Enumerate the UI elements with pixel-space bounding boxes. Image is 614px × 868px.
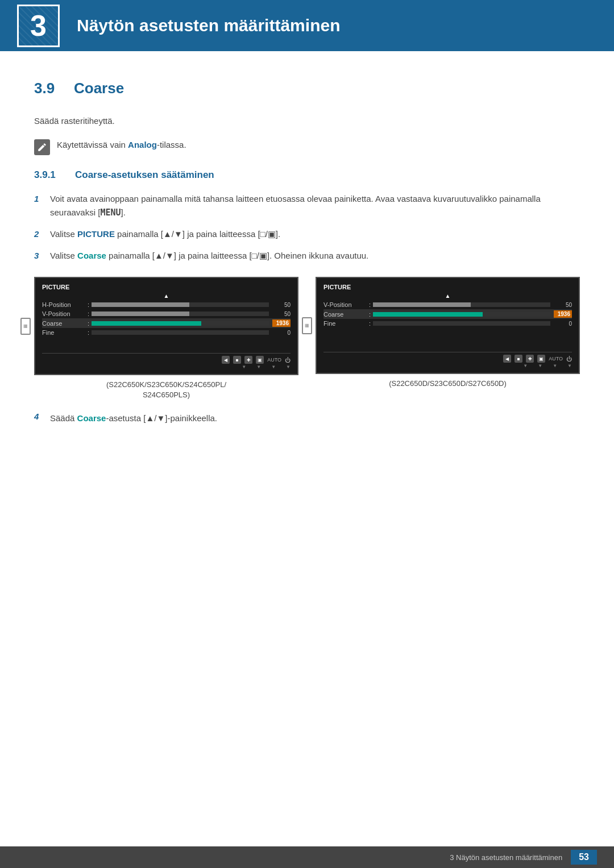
step-1: 1 Voit avata avainoppaan painamalla mitä…	[34, 192, 580, 219]
screen2-row-fine: Fine : 0	[323, 319, 572, 328]
monitor-screen-2: PICTURE ▲ V-Position : 50 Coarse :	[316, 277, 580, 374]
s2ctrl-auto-label: AUTO	[549, 356, 563, 362]
screen2-arrows-row: ▼ ▼ ▼ ▼	[323, 363, 572, 368]
chapter-number-box: 3	[17, 5, 60, 47]
screen1-track-coarse	[92, 321, 269, 326]
section-heading: 3.9 Coarse	[34, 80, 580, 97]
screen1-value-vposition: 50	[272, 311, 291, 317]
step-2: 2 Valitse PICTURE painamalla [▲/▼] ja pa…	[34, 227, 580, 241]
screen2-controls: ◀ ■ ✚ ▣ AUTO ⏻	[323, 352, 572, 363]
screen1-track-hposition	[92, 302, 269, 307]
step-1-number: 1	[34, 192, 50, 206]
screen1-value-hposition: 50	[272, 302, 291, 308]
screen2-arrow-up: ▲	[323, 293, 572, 299]
screen2-value-coarse: 1936	[554, 310, 572, 318]
step-3-text: Valitse Coarse painamalla [▲/▼] ja paina…	[50, 249, 368, 263]
screen2-row-vposition: V-Position : 50	[323, 300, 572, 309]
s1a2: ▼	[256, 364, 261, 369]
ctrl-left-icon: ◀	[222, 356, 230, 364]
screen2-caption: (S22C650D/S23C650D/S27C650D)	[389, 379, 507, 389]
screen1-row-hposition: H-Position : 50	[42, 300, 291, 309]
screen1-arrow-up: ▲	[42, 293, 291, 299]
screen1-spacer	[42, 337, 291, 348]
screenshot-2: ▦ PICTURE ▲ V-Position : 50 Coarse	[316, 277, 580, 389]
ctrl-power-icon: ⏻	[285, 357, 291, 363]
subsection-number: 3.9.1	[34, 169, 68, 181]
screen1-fill-hposition	[92, 302, 189, 307]
note-icon	[34, 139, 50, 155]
screen2-label-vposition: V-Position	[323, 301, 369, 308]
screen1-title: PICTURE	[42, 284, 291, 290]
footer-page-number: 53	[571, 850, 597, 865]
subsection-title: Coarse-asetuksen säätäminen	[75, 169, 214, 181]
step-3: 3 Valitse Coarse painamalla [▲/▼] ja pai…	[34, 249, 580, 263]
note-text: Käytettävissä vain Analog-tilassa.	[57, 138, 186, 152]
screen1-caption-line1: (S22C650K/S23C650K/S24C650PL/	[106, 380, 226, 389]
s1a3: ▼	[271, 364, 276, 369]
ctrl-enter-icon: ▣	[256, 356, 264, 364]
step-4-number: 4	[34, 412, 50, 421]
s2ctrl-power-icon: ⏻	[566, 356, 572, 362]
picture-keyword: PICTURE	[77, 229, 115, 239]
steps-list: 1 Voit avata avainoppaan painamalla mitä…	[34, 192, 580, 263]
s2ctrl-minus-icon: ■	[515, 355, 522, 363]
footer: 3 Näytön asetusten määrittäminen 53	[0, 846, 614, 868]
screen1-track-vposition	[92, 312, 269, 316]
screen2-wrapper: ▦ PICTURE ▲ V-Position : 50 Coarse	[316, 277, 580, 374]
screen2-fill-coarse	[373, 312, 483, 317]
monitor-icon-symbol: ▦	[23, 323, 28, 329]
screen1-row-vposition: V-Position : 50	[42, 309, 291, 318]
ctrl-plus-icon: ✚	[244, 356, 252, 364]
screen2-row-coarse: Coarse : 1936	[323, 309, 572, 319]
screen1-caption-line2: S24C650PLS)	[143, 391, 190, 399]
s1a4: ▼	[286, 364, 291, 369]
s2a2: ▼	[538, 363, 542, 368]
screen1-label-coarse: Coarse	[42, 320, 88, 327]
coarse-keyword-step3: Coarse	[77, 251, 106, 260]
subsection-heading: 3.9.1 Coarse-asetuksen säätäminen	[34, 169, 580, 181]
step-2-number: 2	[34, 227, 50, 241]
screen2-title: PICTURE	[323, 284, 572, 290]
note-highlight: Analog	[128, 140, 157, 149]
screen1-value-fine: 0	[272, 330, 291, 336]
screenshot-1: ▦ PICTURE ▲ H-Position : 50 V-Position	[34, 277, 298, 400]
header-banner: 3 Näytön asetusten määrittäminen	[0, 0, 614, 51]
note-text-before: Käytettävissä vain	[57, 140, 128, 149]
screen1-label-vposition: V-Position	[42, 310, 88, 317]
s2ctrl-left-icon: ◀	[503, 355, 511, 363]
s2ctrl-enter-icon: ▣	[537, 355, 545, 363]
s1a1: ▼	[242, 364, 246, 369]
screen2-value-vposition: 50	[554, 302, 572, 308]
ctrl-auto-label: AUTO	[267, 357, 281, 363]
section-number: 3.9	[34, 80, 63, 97]
ctrl-minus-icon: ■	[233, 356, 241, 364]
chapter-title: Näytön asetusten määrittäminen	[77, 16, 340, 35]
section-title: Coarse	[74, 80, 124, 97]
screen2-label-coarse: Coarse	[323, 311, 369, 318]
step-1-text: Voit avata avainoppaan painamalla mitä t…	[50, 192, 580, 219]
screen2-track-fine	[373, 321, 550, 326]
screenshots-row: ▦ PICTURE ▲ H-Position : 50 V-Position	[34, 277, 580, 400]
s2a1: ▼	[523, 363, 528, 368]
main-content: 3.9 Coarse Säädä rasteritiheyttä. Käytet…	[0, 51, 614, 471]
screen1-arrows-row: ▼ ▼ ▼ ▼	[42, 364, 291, 369]
screen2-spacer	[323, 328, 572, 347]
note-text-after: -tilassa.	[157, 140, 186, 149]
screen1-fill-vposition	[92, 312, 189, 316]
screen1-label-hposition: H-Position	[42, 301, 88, 308]
step-3-number: 3	[34, 249, 50, 263]
footer-text: 3 Näytön asetusten määrittäminen	[450, 853, 562, 862]
screen1-value-coarse: 1936	[272, 319, 291, 327]
screen2-label-fine: Fine	[323, 320, 369, 327]
note-box: Käytettävissä vain Analog-tilassa.	[34, 138, 580, 155]
screen1-label-fine: Fine	[42, 329, 88, 336]
monitor-icon-2: ▦	[302, 317, 312, 334]
monitor-icon-2-symbol: ▦	[305, 323, 309, 328]
screen1-fill-coarse	[92, 321, 201, 326]
chapter-number: 3	[30, 9, 47, 43]
step-4-text: Säädä Coarse-asetusta [▲/▼]-painikkeella…	[50, 412, 217, 425]
screen2-track-coarse	[373, 312, 550, 317]
screen1-row-fine: Fine : 0	[42, 328, 291, 337]
screen2-caption-line1: (S22C650D/S23C650D/S27C650D)	[389, 379, 507, 388]
step-4: 4 Säädä Coarse-asetusta [▲/▼]-painikkeel…	[34, 412, 580, 425]
